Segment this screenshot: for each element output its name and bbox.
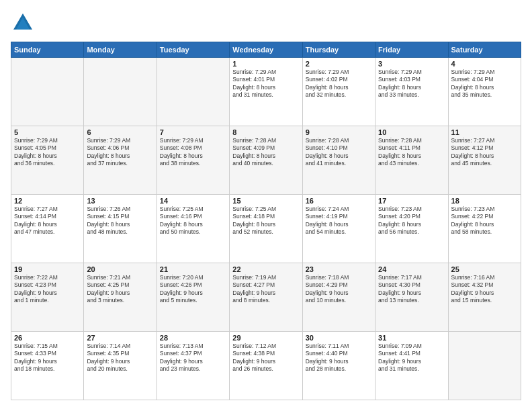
weekday-header-row: SundayMondayTuesdayWednesdayThursdayFrid… — [11, 42, 521, 58]
day-number: 20 — [87, 265, 153, 273]
day-number: 9 — [306, 128, 372, 136]
header — [11, 11, 521, 35]
day-info: Sunrise: 7:29 AM Sunset: 4:08 PM Dayligh… — [160, 137, 226, 168]
day-info: Sunrise: 7:11 AM Sunset: 4:40 PM Dayligh… — [306, 342, 372, 373]
day-number: 3 — [378, 60, 445, 68]
calendar-day-cell: 1Sunrise: 7:29 AM Sunset: 4:01 PM Daylig… — [230, 58, 302, 126]
calendar-day-cell: 24Sunrise: 7:17 AM Sunset: 4:30 PM Dayli… — [375, 263, 448, 332]
calendar-day-cell: 26Sunrise: 7:15 AM Sunset: 4:33 PM Dayli… — [11, 332, 84, 400]
calendar-day-cell: 15Sunrise: 7:25 AM Sunset: 4:18 PM Dayli… — [230, 195, 302, 263]
day-info: Sunrise: 7:09 AM Sunset: 4:41 PM Dayligh… — [378, 342, 445, 373]
day-info: Sunrise: 7:21 AM Sunset: 4:25 PM Dayligh… — [87, 274, 153, 305]
calendar-day-cell: 25Sunrise: 7:16 AM Sunset: 4:32 PM Dayli… — [448, 263, 521, 332]
logo — [11, 11, 38, 35]
calendar-day-cell: 2Sunrise: 7:29 AM Sunset: 4:02 PM Daylig… — [302, 58, 375, 126]
day-number: 21 — [160, 265, 226, 273]
day-number: 28 — [160, 334, 226, 342]
weekday-header-saturday: Saturday — [448, 42, 521, 58]
day-info: Sunrise: 7:20 AM Sunset: 4:26 PM Dayligh… — [160, 274, 226, 305]
calendar-day-cell: 12Sunrise: 7:27 AM Sunset: 4:14 PM Dayli… — [11, 195, 84, 263]
day-info: Sunrise: 7:28 AM Sunset: 4:10 PM Dayligh… — [306, 137, 372, 168]
day-info: Sunrise: 7:29 AM Sunset: 4:02 PM Dayligh… — [306, 68, 372, 99]
calendar-day-cell: 21Sunrise: 7:20 AM Sunset: 4:26 PM Dayli… — [157, 263, 229, 332]
calendar-week-row: 19Sunrise: 7:22 AM Sunset: 4:23 PM Dayli… — [11, 263, 521, 332]
day-number: 17 — [378, 197, 445, 205]
calendar-day-cell: 14Sunrise: 7:25 AM Sunset: 4:16 PM Dayli… — [157, 195, 229, 263]
calendar-day-cell: 6Sunrise: 7:29 AM Sunset: 4:06 PM Daylig… — [84, 126, 157, 195]
empty-cell — [157, 58, 229, 126]
day-number: 31 — [378, 334, 445, 342]
calendar-day-cell: 7Sunrise: 7:29 AM Sunset: 4:08 PM Daylig… — [157, 126, 229, 195]
day-number: 10 — [378, 128, 445, 136]
calendar-day-cell: 17Sunrise: 7:23 AM Sunset: 4:20 PM Dayli… — [375, 195, 448, 263]
calendar-week-row: 12Sunrise: 7:27 AM Sunset: 4:14 PM Dayli… — [11, 195, 521, 263]
calendar-day-cell: 20Sunrise: 7:21 AM Sunset: 4:25 PM Dayli… — [84, 263, 157, 332]
calendar-day-cell: 19Sunrise: 7:22 AM Sunset: 4:23 PM Dayli… — [11, 263, 84, 332]
calendar-day-cell: 31Sunrise: 7:09 AM Sunset: 4:41 PM Dayli… — [375, 332, 448, 400]
day-number: 7 — [160, 128, 226, 136]
day-number: 23 — [306, 265, 372, 273]
day-info: Sunrise: 7:22 AM Sunset: 4:23 PM Dayligh… — [14, 274, 81, 305]
calendar-table: SundayMondayTuesdayWednesdayThursdayFrid… — [11, 42, 521, 400]
weekday-header-wednesday: Wednesday — [230, 42, 302, 58]
weekday-header-monday: Monday — [84, 42, 157, 58]
page: SundayMondayTuesdayWednesdayThursdayFrid… — [0, 0, 532, 411]
day-info: Sunrise: 7:23 AM Sunset: 4:20 PM Dayligh… — [378, 205, 445, 236]
day-info: Sunrise: 7:29 AM Sunset: 4:03 PM Dayligh… — [378, 68, 445, 99]
day-number: 19 — [14, 265, 81, 273]
empty-cell — [448, 332, 521, 400]
day-info: Sunrise: 7:29 AM Sunset: 4:05 PM Dayligh… — [14, 137, 81, 168]
day-info: Sunrise: 7:23 AM Sunset: 4:22 PM Dayligh… — [451, 205, 518, 236]
calendar-day-cell: 3Sunrise: 7:29 AM Sunset: 4:03 PM Daylig… — [375, 58, 448, 126]
day-number: 4 — [451, 60, 518, 68]
day-info: Sunrise: 7:25 AM Sunset: 4:16 PM Dayligh… — [160, 205, 226, 236]
day-number: 14 — [160, 197, 226, 205]
empty-cell — [84, 58, 157, 126]
day-info: Sunrise: 7:16 AM Sunset: 4:32 PM Dayligh… — [451, 274, 518, 305]
day-info: Sunrise: 7:19 AM Sunset: 4:27 PM Dayligh… — [232, 274, 299, 305]
day-number: 12 — [14, 197, 81, 205]
day-info: Sunrise: 7:29 AM Sunset: 4:01 PM Dayligh… — [232, 68, 299, 99]
calendar-day-cell: 9Sunrise: 7:28 AM Sunset: 4:10 PM Daylig… — [302, 126, 375, 195]
weekday-header-thursday: Thursday — [302, 42, 375, 58]
day-number: 13 — [87, 197, 153, 205]
day-info: Sunrise: 7:28 AM Sunset: 4:11 PM Dayligh… — [378, 137, 445, 168]
calendar-week-row: 26Sunrise: 7:15 AM Sunset: 4:33 PM Dayli… — [11, 332, 521, 400]
day-number: 8 — [232, 128, 299, 136]
day-number: 1 — [232, 60, 299, 68]
day-info: Sunrise: 7:18 AM Sunset: 4:29 PM Dayligh… — [306, 274, 372, 305]
day-info: Sunrise: 7:17 AM Sunset: 4:30 PM Dayligh… — [378, 274, 445, 305]
calendar-day-cell: 27Sunrise: 7:14 AM Sunset: 4:35 PM Dayli… — [84, 332, 157, 400]
calendar-day-cell: 29Sunrise: 7:12 AM Sunset: 4:38 PM Dayli… — [230, 332, 302, 400]
day-info: Sunrise: 7:29 AM Sunset: 4:06 PM Dayligh… — [87, 137, 153, 168]
calendar-day-cell: 5Sunrise: 7:29 AM Sunset: 4:05 PM Daylig… — [11, 126, 84, 195]
logo-icon — [11, 11, 35, 35]
calendar-day-cell: 4Sunrise: 7:29 AM Sunset: 4:04 PM Daylig… — [448, 58, 521, 126]
weekday-header-friday: Friday — [375, 42, 448, 58]
calendar-day-cell: 28Sunrise: 7:13 AM Sunset: 4:37 PM Dayli… — [157, 332, 229, 400]
calendar-day-cell: 18Sunrise: 7:23 AM Sunset: 4:22 PM Dayli… — [448, 195, 521, 263]
calendar-day-cell: 8Sunrise: 7:28 AM Sunset: 4:09 PM Daylig… — [230, 126, 302, 195]
weekday-header-tuesday: Tuesday — [157, 42, 229, 58]
day-number: 26 — [14, 334, 81, 342]
calendar-week-row: 1Sunrise: 7:29 AM Sunset: 4:01 PM Daylig… — [11, 58, 521, 126]
calendar-day-cell: 10Sunrise: 7:28 AM Sunset: 4:11 PM Dayli… — [375, 126, 448, 195]
day-info: Sunrise: 7:27 AM Sunset: 4:12 PM Dayligh… — [451, 137, 518, 168]
day-number: 11 — [451, 128, 518, 136]
day-number: 25 — [451, 265, 518, 273]
calendar-day-cell: 16Sunrise: 7:24 AM Sunset: 4:19 PM Dayli… — [302, 195, 375, 263]
day-number: 5 — [14, 128, 81, 136]
day-info: Sunrise: 7:24 AM Sunset: 4:19 PM Dayligh… — [306, 205, 372, 236]
calendar-week-row: 5Sunrise: 7:29 AM Sunset: 4:05 PM Daylig… — [11, 126, 521, 195]
day-info: Sunrise: 7:28 AM Sunset: 4:09 PM Dayligh… — [232, 137, 299, 168]
calendar-day-cell: 23Sunrise: 7:18 AM Sunset: 4:29 PM Dayli… — [302, 263, 375, 332]
day-number: 6 — [87, 128, 153, 136]
day-number: 2 — [306, 60, 372, 68]
day-number: 18 — [451, 197, 518, 205]
calendar-day-cell: 22Sunrise: 7:19 AM Sunset: 4:27 PM Dayli… — [230, 263, 302, 332]
day-number: 22 — [232, 265, 299, 273]
day-info: Sunrise: 7:13 AM Sunset: 4:37 PM Dayligh… — [160, 342, 226, 373]
day-info: Sunrise: 7:26 AM Sunset: 4:15 PM Dayligh… — [87, 205, 153, 236]
calendar-day-cell: 30Sunrise: 7:11 AM Sunset: 4:40 PM Dayli… — [302, 332, 375, 400]
day-info: Sunrise: 7:14 AM Sunset: 4:35 PM Dayligh… — [87, 342, 153, 373]
